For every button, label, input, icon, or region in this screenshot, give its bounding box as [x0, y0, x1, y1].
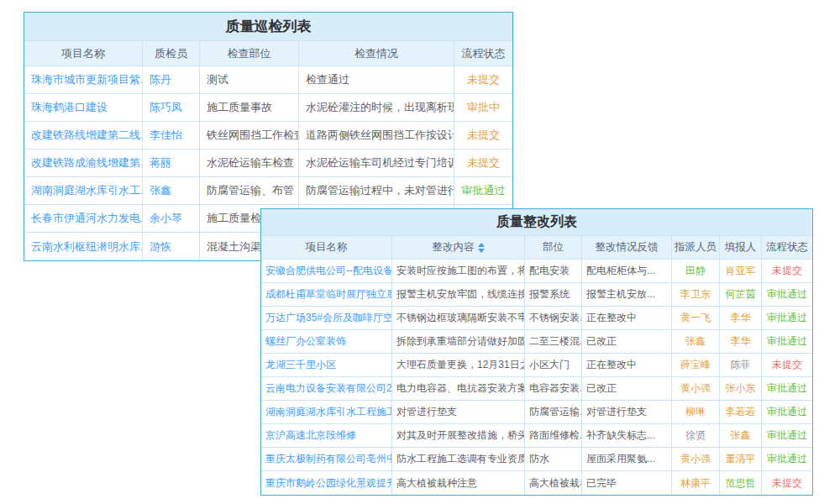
check-part: 测试 — [200, 66, 299, 94]
status-text: 审批中 — [454, 94, 512, 122]
project-link[interactable]: 云南电力设备安装有限公司20... — [261, 377, 392, 401]
rectification-list-panel: 质量整改列表 项目名称整改内容部位整改情况反馈指派人员填报人流程状态 安徽合肥供… — [260, 208, 813, 496]
assignee-name: 徐贤 — [672, 424, 720, 448]
check-situation: 水泥砼运输车司机经过专门培训... — [299, 150, 454, 177]
column-header-project: 项目名称 — [24, 41, 143, 66]
rectify-feedback: 正在整改中 — [582, 307, 672, 330]
column-header-project: 项目名称 — [261, 236, 392, 260]
project-link[interactable]: 长春市伊通河水力发电... — [24, 205, 143, 233]
table-row[interactable]: 螺丝厂办公室装饰拆除到承重墙部分请做好加固...二至三楼混...已改正张鑫李华审… — [261, 330, 812, 354]
rectify-feedback: 屋面采用聚氨... — [582, 448, 672, 471]
project-link[interactable]: 湖南洞庭湖水库引水工程施工1# — [261, 401, 392, 424]
column-header-label: 流程状态 — [766, 240, 808, 255]
rectify-content: 高大植被栽种注意 — [392, 471, 525, 495]
rectify-content: 对其及时开展整改措施，桥头... — [392, 424, 525, 448]
project-link[interactable]: 珠海市城市更新项目紫... — [24, 66, 143, 94]
table-row[interactable]: 京沪高速北京段维修对其及时开展整改措施，桥头...路面维修检...补齐缺失标志.… — [261, 424, 812, 448]
project-link[interactable]: 万达广场35#会所及咖啡厅空... — [261, 307, 392, 330]
check-situation: 道路两侧铁丝网围挡工作按设计... — [299, 122, 454, 150]
status-text: 未提交 — [454, 122, 512, 150]
reporter-name: 何芷茵 — [720, 283, 762, 307]
rectify-part: 二至三楼混... — [525, 330, 582, 354]
status-text: 审批通过 — [762, 401, 812, 424]
reporter-name: 范思哲 — [720, 471, 762, 495]
assignee-name: 田静 — [672, 260, 720, 283]
column-header-label: 填报人 — [725, 240, 757, 255]
rectify-feedback: 对管进行垫支 — [582, 401, 672, 424]
project-link[interactable]: 重庆市鹅岭公园绿化景观提升... — [261, 471, 392, 495]
inspector-name: 蒋丽 — [143, 150, 200, 177]
table-row[interactable]: 万达广场35#会所及咖啡厅空...不锈钢边框玻璃隔断安装不牢...不锈钢安装..… — [261, 307, 812, 330]
column-header-label: 整改情况反馈 — [596, 240, 659, 255]
column-header-part: 检查部位 — [200, 41, 299, 66]
reporter-name: 肖亚军 — [720, 260, 762, 283]
check-part: 铁丝网围挡工作检查 — [200, 122, 299, 150]
inspector-name: 张鑫 — [143, 177, 200, 205]
table-row[interactable]: 珠海鹤港口建设陈巧凤施工质量事故水泥砼灌注的时候，出现离析现象审批中 — [24, 94, 512, 122]
rectify-part: 小区大门 — [525, 354, 582, 377]
reporter-name: 李华 — [720, 330, 762, 354]
table-row[interactable]: 湖南洞庭湖水库引水工程施工1#对管进行垫支防腐管运输...对管进行垫支柳琳李若若… — [261, 401, 812, 424]
table-row[interactable]: 改建铁路成渝线增建第...蒋丽水泥砼运输车检查水泥砼运输车司机经过专门培训...… — [24, 150, 512, 177]
assignee-name: 柳琳 — [672, 401, 720, 424]
rectify-feedback: 已改正 — [582, 330, 672, 354]
reporter-name: 陈菲 — [720, 354, 762, 377]
project-link[interactable]: 重庆太极制药有限公司亳州中... — [261, 448, 392, 471]
status-text: 审批通过 — [762, 283, 812, 307]
rectify-content: 不锈钢边框玻璃隔断安装不牢... — [392, 307, 525, 330]
inspector-name: 陈巧凤 — [143, 94, 200, 122]
assignee-name: 张鑫 — [672, 330, 720, 354]
status-text: 审批通过 — [454, 177, 512, 205]
table-row[interactable]: 成都杜甫草堂临时展厅独立展...报警主机安放牢固，线缆连接...报警系统报警主机… — [261, 283, 812, 307]
rectify-part: 路面维修检... — [525, 424, 582, 448]
rectify-part: 电容器安装... — [525, 377, 582, 401]
project-link[interactable]: 珠海鹤港口建设 — [24, 94, 143, 122]
table-row[interactable]: 安徽合肥供电公司--配电设备...安装时应按施工图的布置，将...配电安装配电柜… — [261, 260, 812, 283]
table-row[interactable]: 湖南洞庭湖水库引水工...张鑫防腐管运输、布管防腐管运输过程中，未对管进行...… — [24, 177, 512, 205]
project-link[interactable]: 京沪高速北京段维修 — [261, 424, 392, 448]
column-header-feedback: 整改情况反馈 — [582, 236, 672, 260]
project-link[interactable]: 改建铁路线增建第二线... — [24, 122, 143, 150]
project-link[interactable]: 螺丝厂办公室装饰 — [261, 330, 392, 354]
rectify-content: 拆除到承重墙部分请做好加固... — [392, 330, 525, 354]
project-link[interactable]: 改建铁路成渝线增建第... — [24, 150, 143, 177]
table-row[interactable]: 重庆市鹅岭公园绿化景观提升...高大植被栽种注意高大植被栽种已完毕林康平范思哲未… — [261, 471, 812, 495]
reporter-name: 李若若 — [720, 401, 762, 424]
check-situation: 检查通过 — [299, 66, 454, 94]
project-link[interactable]: 成都杜甫草堂临时展厅独立展... — [261, 283, 392, 307]
column-header-status: 流程状态 — [762, 236, 812, 260]
rectification-table-body: 安徽合肥供电公司--配电设备...安装时应按施工图的布置，将...配电安装配电柜… — [261, 260, 812, 495]
table-row[interactable]: 龙湖三千里小区大理石质量更换，12月31日之...小区大门正在整改中薛宝峰陈菲未… — [261, 354, 812, 377]
project-link[interactable]: 安徽合肥供电公司--配电设备... — [261, 260, 392, 283]
rectify-feedback: 报警主机安放... — [582, 283, 672, 307]
table-row[interactable]: 珠海市城市更新项目紫...陈丹测试检查通过未提交 — [24, 66, 512, 94]
check-situation: 水泥砼灌注的时候，出现离析现象 — [299, 94, 454, 122]
assignee-name: 薛宝峰 — [672, 354, 720, 377]
assignee-name: 黄小强 — [672, 448, 720, 471]
table-row[interactable]: 改建铁路线增建第二线...李佳怡铁丝网围挡工作检查道路两侧铁丝网围挡工作按设计.… — [24, 122, 512, 150]
table-row[interactable]: 重庆太极制药有限公司亳州中...防水工程施工选调有专业资质...防水屋面采用聚氨… — [261, 448, 812, 471]
rectify-part: 防腐管运输... — [525, 401, 582, 424]
rectify-content: 防水工程施工选调有专业资质... — [392, 448, 525, 471]
column-header-label: 项目名称 — [61, 46, 105, 61]
rectify-part: 报警系统 — [525, 283, 582, 307]
check-situation: 防腐管运输过程中，未对管进行... — [299, 177, 454, 205]
inspector-name: 陈丹 — [143, 66, 200, 94]
page: 质量巡检列表 项目名称质检员检查部位检查情况流程状态 珠海市城市更新项目紫...… — [0, 0, 840, 504]
inspection-header-row: 项目名称质检员检查部位检查情况流程状态 — [24, 41, 512, 66]
rectify-part: 配电安装 — [525, 260, 582, 283]
column-header-label: 部位 — [543, 240, 564, 255]
table-row[interactable]: 云南电力设备安装有限公司20...电力电容器、电抗器安装方案,...电容器安装.… — [261, 377, 812, 401]
project-link[interactable]: 湖南洞庭湖水库引水工... — [24, 177, 143, 205]
project-link[interactable]: 龙湖三千里小区 — [261, 354, 392, 377]
inspector-name: 李佳怡 — [143, 122, 200, 150]
rectify-content: 电力电容器、电抗器安装方案,... — [392, 377, 525, 401]
column-header-content[interactable]: 整改内容 — [392, 236, 525, 260]
status-text: 审批通过 — [762, 330, 812, 354]
rectify-feedback: 配电柜柜体与... — [582, 260, 672, 283]
sort-caret-icon[interactable] — [478, 243, 485, 253]
column-header-label: 流程状态 — [462, 46, 506, 61]
project-link[interactable]: 云南水利枢纽潜明水库... — [24, 233, 143, 260]
column-header-assignee: 指派人员 — [672, 236, 720, 260]
inspector-name: 余小琴 — [143, 205, 200, 233]
